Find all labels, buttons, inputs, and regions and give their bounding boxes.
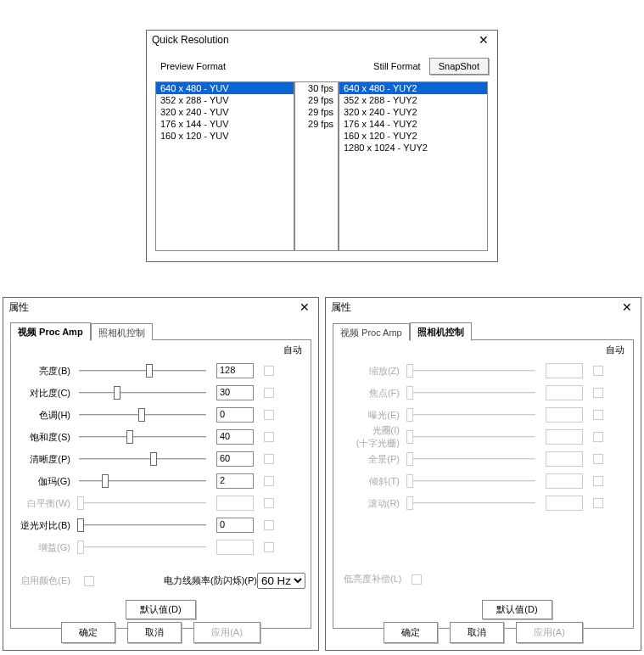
list-item[interactable]: 30 fps [295, 82, 338, 94]
quick-resolution-titlebar: Quick Resolution ✕ [147, 31, 497, 49]
slider-label: 饱和度(S) [16, 431, 74, 444]
slider-auto-checkbox[interactable] [264, 366, 274, 376]
slider-auto-checkbox[interactable] [264, 520, 274, 530]
slider-row: 饱和度(S)40 [16, 427, 305, 447]
slider [406, 408, 537, 422]
slider-value [546, 451, 583, 467]
apply-button[interactable]: 应用(A) [516, 622, 583, 643]
list-item[interactable]: 1280 x 1024 - YUY2 [339, 142, 487, 154]
list-item[interactable]: 176 x 144 - YUY2 [339, 118, 487, 130]
camera-dialog-buttons: 确定 取消 应用(A) [326, 622, 641, 643]
slider-auto-checkbox[interactable] [593, 476, 603, 486]
list-item[interactable]: 352 x 288 - YUY2 [339, 94, 487, 106]
slider[interactable] [77, 452, 208, 466]
list-item[interactable]: 640 x 480 - YUY2 [339, 82, 487, 94]
slider-value [546, 385, 583, 400]
list-item[interactable]: 29 fps [295, 106, 338, 118]
slider-row: 倾斜(T) [339, 471, 628, 491]
slider-value [546, 407, 583, 423]
default-button[interactable]: 默认值(D) [482, 600, 552, 619]
slider-auto-checkbox[interactable] [264, 410, 274, 420]
apply-button[interactable]: 应用(A) [193, 622, 260, 643]
tab-camera-control[interactable]: 照相机控制 [91, 323, 153, 341]
close-icon[interactable]: ✕ [475, 33, 492, 47]
slider[interactable] [77, 386, 208, 400]
slider-value [546, 495, 583, 511]
list-item[interactable]: 29 fps [295, 118, 338, 130]
tab-proc-amp[interactable]: 视频 Proc Amp [10, 322, 91, 341]
fps-listbox[interactable]: 30 fps29 fps29 fps29 fps [294, 81, 339, 251]
slider [406, 430, 537, 444]
ok-button[interactable]: 确定 [61, 622, 115, 643]
slider-row: 滚动(R) [339, 493, 628, 513]
close-icon[interactable]: ✕ [296, 300, 313, 314]
slider-value[interactable]: 0 [216, 407, 254, 423]
slider-auto-checkbox[interactable] [593, 388, 603, 398]
list-item[interactable]: 320 x 240 - YUY2 [339, 106, 487, 118]
still-format-listbox[interactable]: 640 x 480 - YUY2352 x 288 - YUY2320 x 24… [339, 81, 488, 251]
snapshot-button[interactable]: SnapShot [429, 58, 489, 75]
list-item[interactable]: 352 x 288 - YUV [156, 94, 294, 106]
slider-auto-checkbox[interactable] [593, 498, 603, 508]
slider-auto-checkbox[interactable] [264, 476, 274, 486]
slider-auto-checkbox[interactable] [593, 454, 603, 464]
slider-auto-checkbox[interactable] [264, 454, 274, 464]
slider-label: 色调(H) [16, 409, 74, 422]
slider-auto-checkbox[interactable] [593, 432, 603, 442]
slider [77, 540, 208, 554]
list-item[interactable]: 640 x 480 - YUV [156, 82, 294, 94]
slider-auto-checkbox[interactable] [264, 388, 274, 398]
enable-color-checkbox[interactable] [84, 576, 94, 586]
proc-amp-bottom-controls: 启用颜色(E) 电力线频率(防闪烁)(P) 60 Hz [16, 573, 305, 589]
camera-bottom-controls: 低亮度补偿(L) [339, 573, 628, 585]
slider-value[interactable]: 2 [216, 473, 254, 489]
tab-proc-amp[interactable]: 视频 Proc Amp [333, 323, 410, 341]
properties-tabs: 视频 Proc Amp 照相机控制 [333, 322, 634, 340]
proc-amp-dialog-buttons: 确定 取消 应用(A) [3, 622, 318, 643]
list-item[interactable]: 160 x 120 - YUY2 [339, 130, 487, 142]
slider-value [216, 495, 254, 511]
slider [406, 386, 537, 400]
low-light-checkbox[interactable] [412, 574, 422, 585]
slider-value [216, 540, 254, 555]
low-light-label: 低亮度补偿(L) [339, 573, 401, 585]
slider[interactable] [77, 408, 208, 422]
close-icon[interactable]: ✕ [619, 300, 636, 314]
slider-auto-checkbox[interactable] [264, 498, 274, 508]
auto-column-label: 自动 [283, 344, 302, 356]
list-item[interactable]: 160 x 120 - YUV [156, 130, 294, 142]
tab-camera-control[interactable]: 照相机控制 [410, 322, 472, 341]
ok-button[interactable]: 确定 [384, 622, 438, 643]
slider-value[interactable]: 40 [216, 429, 254, 445]
properties-title: 属性 [8, 300, 29, 315]
properties-tabs: 视频 Proc Amp 照相机控制 [10, 322, 311, 340]
preview-format-label: Preview Format [160, 61, 226, 71]
list-item[interactable]: 320 x 240 - YUV [156, 106, 294, 118]
properties-camera-control-window: 属性 ✕ 视频 Proc Amp 照相机控制 自动 缩放(Z)焦点(F)曝光(E… [325, 297, 641, 651]
preview-format-listbox[interactable]: 640 x 480 - YUV352 x 288 - YUV320 x 240 … [155, 81, 294, 251]
slider-row: 色调(H)0 [16, 405, 305, 425]
slider-auto-checkbox[interactable] [593, 366, 603, 376]
quick-resolution-title: Quick Resolution [152, 34, 229, 46]
slider-value[interactable]: 0 [216, 518, 254, 533]
slider-auto-checkbox[interactable] [264, 432, 274, 442]
slider[interactable] [77, 430, 208, 444]
slider-value[interactable]: 30 [216, 385, 254, 400]
slider-label: 曝光(E) [339, 409, 403, 422]
default-button[interactable]: 默认值(D) [126, 600, 195, 619]
powerline-label: 电力线频率(防闪烁)(P) [164, 574, 257, 587]
list-item[interactable]: 176 x 144 - YUV [156, 118, 294, 130]
slider-value[interactable]: 128 [216, 363, 254, 378]
cancel-button[interactable]: 取消 [127, 622, 182, 643]
slider-auto-checkbox[interactable] [264, 542, 274, 552]
list-item[interactable]: 29 fps [295, 94, 338, 106]
slider-auto-checkbox[interactable] [593, 410, 603, 420]
slider-label: 增益(G) [16, 541, 74, 554]
powerline-select[interactable]: 60 Hz [257, 573, 305, 589]
slider[interactable] [77, 474, 208, 488]
slider[interactable] [77, 364, 208, 378]
slider-label: 滚动(R) [339, 497, 403, 510]
slider[interactable] [77, 518, 208, 532]
slider-value[interactable]: 60 [216, 451, 254, 467]
cancel-button[interactable]: 取消 [450, 622, 504, 643]
